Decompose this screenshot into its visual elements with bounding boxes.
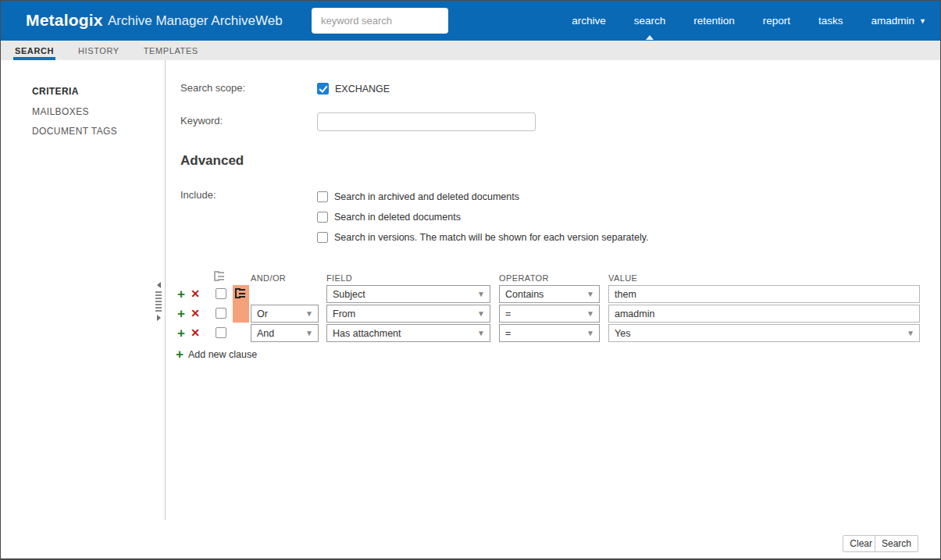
app-header: Metalogix Archive Manager ArchiveWeb arc… — [1, 1, 940, 41]
chevron-down-icon: ▼ — [919, 17, 926, 25]
sidebar-item-criteria[interactable]: CRITERIA — [32, 86, 79, 97]
andor-select-value: Or — [257, 309, 268, 319]
chevron-down-icon: ▼ — [477, 309, 490, 318]
nav-archive[interactable]: archive — [572, 1, 606, 41]
operator-column-header: OPERATOR — [499, 273, 549, 283]
field-select-value: Subject — [333, 289, 365, 300]
add-clause-row-button[interactable]: + — [175, 305, 187, 323]
operator-select[interactable]: = ▼ — [499, 305, 600, 323]
clause-group-indicator[interactable] — [233, 285, 249, 323]
clause-row-checkbox[interactable] — [216, 288, 226, 299]
plus-icon: + — [176, 347, 184, 362]
chevron-down-icon: ▼ — [477, 329, 490, 337]
field-select[interactable]: Subject ▼ — [326, 285, 490, 303]
operator-select-value: = — [505, 309, 511, 319]
chevron-down-icon: ▼ — [305, 309, 318, 318]
add-clause-row-button[interactable]: + — [175, 285, 187, 303]
value-input[interactable] — [608, 285, 920, 303]
include-option-archived-deleted: Search in archived and deleted documents — [317, 191, 519, 202]
include-label: Include: — [180, 189, 216, 201]
archiveweb-page: Metalogix Archive Manager ArchiveWeb arc… — [0, 0, 941, 560]
delete-clause-row-button[interactable]: ✕ — [189, 324, 201, 342]
operator-select-value: Contains — [505, 289, 544, 300]
chevron-down-icon: ▼ — [907, 329, 919, 337]
andor-select[interactable]: And ▼ — [251, 324, 319, 342]
exchange-label: EXCHANGE — [335, 84, 390, 95]
value-select[interactable]: Yes ▼ — [608, 324, 920, 342]
delete-clause-row-button[interactable]: ✕ — [189, 305, 201, 323]
brand-logo: Metalogix — [26, 11, 103, 30]
advanced-title: Advanced — [180, 153, 244, 169]
nav-report[interactable]: report — [763, 1, 790, 41]
keyword-criteria-input[interactable] — [317, 112, 536, 131]
value-column-header: VALUE — [608, 273, 637, 283]
sidebar-divider — [165, 60, 166, 520]
splitter-grip-icon — [155, 291, 162, 312]
sidebar-item-document-tags[interactable]: DOCUMENT TAGS — [32, 126, 117, 137]
nav-user-menu[interactable]: amadmin ▼ — [871, 1, 926, 41]
exchange-checkbox[interactable] — [317, 83, 329, 95]
top-navigation: archive search retention report tasks am… — [572, 1, 926, 41]
collapse-left-icon — [157, 282, 161, 288]
field-column-header: FIELD — [326, 273, 352, 283]
scope-exchange-option: EXCHANGE — [317, 83, 390, 95]
add-new-clause-link[interactable]: + Add new clause — [176, 347, 257, 362]
andor-select-value: And — [257, 328, 274, 339]
chevron-down-icon: ▼ — [586, 290, 599, 298]
panel-splitter[interactable] — [155, 280, 162, 324]
chevron-down-icon: ▼ — [586, 329, 599, 337]
value-input[interactable] — [608, 305, 920, 323]
keyword-search-input[interactable] — [312, 8, 448, 34]
clear-button[interactable]: Clear — [843, 535, 879, 552]
group-icon — [235, 288, 245, 298]
nav-retention[interactable]: retention — [693, 1, 735, 41]
app-title: Archive Manager ArchiveWeb — [108, 13, 283, 29]
include-versions-checkbox[interactable] — [317, 232, 328, 243]
sidebar-item-mailboxes[interactable]: MAILBOXES — [32, 106, 89, 117]
section-tabbar: SEARCH HISTORY TEMPLATES — [1, 41, 940, 60]
operator-select[interactable]: = ▼ — [499, 324, 600, 342]
tab-templates[interactable]: TEMPLATES — [144, 41, 198, 60]
include-versions-label: Search in versions. The match will be sh… — [334, 232, 649, 243]
include-option-deleted: Search in deleted documents — [317, 212, 461, 223]
andor-select[interactable]: Or ▼ — [251, 305, 319, 323]
include-option-versions: Search in versions. The match will be sh… — [317, 232, 649, 243]
include-deleted-label: Search in deleted documents — [334, 212, 461, 223]
operator-select-value: = — [505, 328, 511, 339]
clause-row-checkbox[interactable] — [216, 308, 226, 319]
field-select[interactable]: From ▼ — [326, 305, 490, 323]
keyword-label: Keyword: — [180, 115, 223, 127]
expand-right-icon — [157, 315, 161, 321]
field-select-value: Has attachment — [333, 328, 401, 339]
delete-clause-row-button[interactable]: ✕ — [189, 285, 201, 303]
nav-tasks[interactable]: tasks — [818, 1, 843, 41]
include-archived-deleted-checkbox[interactable] — [317, 191, 328, 202]
value-select-value: Yes — [615, 328, 630, 339]
search-scope-label: Search scope: — [180, 82, 245, 94]
field-select[interactable]: Has attachment ▼ — [326, 324, 490, 342]
search-button[interactable]: Search — [875, 535, 918, 552]
user-menu-label: amadmin — [871, 15, 915, 27]
tab-search[interactable]: SEARCH — [15, 41, 54, 60]
nav-search[interactable]: search — [634, 1, 666, 41]
add-new-clause-label: Add new clause — [188, 349, 257, 360]
chevron-down-icon: ▼ — [477, 290, 490, 298]
include-deleted-checkbox[interactable] — [317, 212, 328, 223]
group-header-icon — [214, 271, 224, 281]
tab-history[interactable]: HISTORY — [78, 41, 119, 60]
chevron-down-icon: ▼ — [305, 329, 318, 337]
chevron-down-icon: ▼ — [586, 309, 599, 318]
include-archived-deleted-label: Search in archived and deleted documents — [334, 191, 519, 202]
operator-select[interactable]: Contains ▼ — [499, 285, 600, 303]
clause-row-checkbox[interactable] — [216, 327, 226, 338]
field-select-value: From — [333, 309, 355, 319]
andor-column-header: AND/OR — [251, 273, 286, 283]
add-clause-row-button[interactable]: + — [175, 324, 187, 342]
